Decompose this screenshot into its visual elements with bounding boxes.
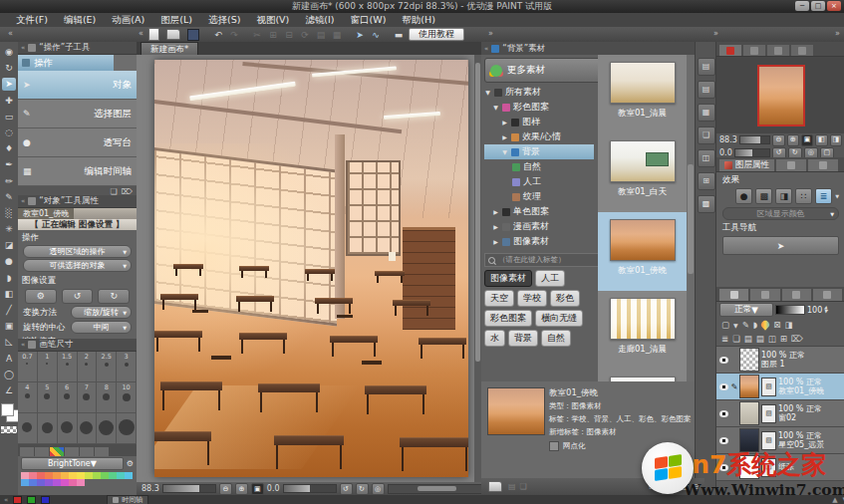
foreground-color-swatch[interactable] <box>1 403 14 416</box>
canvas-vertical-scrollbar[interactable] <box>474 55 481 482</box>
tree-item-background[interactable]: ▼背景 <box>484 144 594 159</box>
collapse-panel-icon[interactable]: « <box>21 197 25 205</box>
droplet-icon[interactable] <box>760 319 771 330</box>
rotate-left-button[interactable]: ↺ <box>62 289 94 304</box>
decoration-tool[interactable]: ✳ <box>2 223 16 236</box>
layer-visibility-toggle[interactable] <box>717 383 729 390</box>
maximize-button[interactable]: □ <box>811 1 825 11</box>
tag-seamless[interactable]: 横向无缝 <box>535 310 583 327</box>
zoom-tool[interactable]: ◉ <box>2 46 16 59</box>
zoom-in-icon[interactable]: ⊕ <box>235 483 248 495</box>
minimize-button[interactable]: ─ <box>795 1 809 11</box>
pose-tab[interactable] <box>782 289 811 301</box>
brush-size-cell[interactable]: 7 <box>78 382 98 413</box>
paste-icon[interactable]: ⊟ <box>282 29 296 41</box>
alpha-lock-icon[interactable]: ◨ <box>784 320 792 330</box>
document-tab[interactable]: 新建画布* <box>141 42 198 55</box>
gradient-tool[interactable]: ◧ <box>2 288 16 301</box>
selectable-object-dropdown[interactable]: 可供选择的对象 ▼ <box>23 259 132 272</box>
redo-icon[interactable]: ↷ <box>227 29 241 41</box>
brush-size-cell[interactable]: 1.5 <box>58 352 78 382</box>
subtool-item-select-layer[interactable]: ✎ 选择图层 <box>18 100 137 128</box>
transparent-color-swatch[interactable] <box>1 426 17 433</box>
view-pair-icon[interactable]: ◫ <box>682 482 690 491</box>
color-swatch[interactable] <box>53 479 61 486</box>
layer-search-tab[interactable] <box>776 159 806 171</box>
lock-icon[interactable]: ⊠ <box>773 320 780 330</box>
brush-size-cell[interactable]: 0.7 <box>18 352 38 382</box>
delete-layer-icon[interactable]: ⌦ <box>791 334 803 344</box>
navigator-zoom-slider[interactable] <box>739 135 770 144</box>
eraser-tool[interactable]: ◪ <box>2 239 16 252</box>
balloon-tool[interactable]: ◯ <box>2 369 16 381</box>
menu-layer[interactable]: 图层(L) <box>152 14 200 27</box>
tag-nature[interactable]: 自然 <box>541 330 571 347</box>
close-button[interactable]: × <box>827 1 841 11</box>
tree-arrow-icon[interactable]: ▶ <box>492 208 499 215</box>
pen-tool[interactable]: ✒ <box>2 158 16 171</box>
operation-tool[interactable]: ➤ <box>2 78 16 91</box>
menu-window[interactable]: 窗口(W) <box>343 14 395 27</box>
subtool-group[interactable]: 操作 <box>18 55 137 71</box>
menu-file[interactable]: 文件(F) <box>8 14 56 27</box>
tone-checkbox[interactable]: 网点化 <box>549 441 586 451</box>
pencil-tool[interactable]: ✏ <box>2 175 16 188</box>
pen-lock-icon[interactable]: ✎ <box>742 320 749 330</box>
scroll-up-icon[interactable]: ▲ <box>832 496 837 504</box>
material-item-selected[interactable]: 教室01_傍晚 <box>598 212 687 291</box>
rotation-center-dropdown[interactable]: 中间 ▼ <box>71 321 132 334</box>
material-palette-button[interactable]: ⊞ <box>698 172 715 190</box>
merge-layer-icon[interactable]: ⊞ <box>780 334 787 344</box>
tree-arrow-icon[interactable]: ▶ <box>492 223 499 230</box>
snap-curve-icon[interactable]: ∿ <box>369 29 383 41</box>
zoom-in-icon[interactable]: ⊕ <box>787 134 799 146</box>
tag-school[interactable]: 学校 <box>517 290 547 307</box>
approx-color-tab[interactable] <box>95 447 109 456</box>
subtool-item-lighttable[interactable]: ● 透写台 <box>18 128 137 157</box>
color-swatch[interactable] <box>29 479 37 486</box>
transform-icon[interactable]: ⟳ <box>298 29 312 41</box>
subview-tab[interactable] <box>743 45 765 56</box>
auto-select-tool[interactable]: ◌ <box>2 126 16 139</box>
collapse-left-icon[interactable]: « <box>139 29 143 38</box>
layer-row[interactable]: ▨ 100 % 正常窗02 <box>716 400 844 427</box>
checkbox-box[interactable] <box>549 441 559 451</box>
panel-menu-icon[interactable]: ≣ <box>721 334 728 344</box>
color-swatch[interactable] <box>69 479 77 486</box>
tag-background[interactable]: 背景 <box>508 330 538 347</box>
layer-color-icon[interactable]: ≣ <box>815 188 832 204</box>
material-palette-button[interactable]: ▤ <box>698 81 715 99</box>
layer-row[interactable]: ▨ 100 % 正常星空05_远景 <box>716 427 844 454</box>
brush-size-cell[interactable]: 2.5 <box>97 352 117 382</box>
layer-comp-tab[interactable] <box>808 159 838 171</box>
expand-right-icon[interactable]: » <box>488 29 493 38</box>
tag-image-material[interactable]: 图像素材 <box>484 270 532 287</box>
transform-method-dropdown[interactable]: 缩放/旋转 ▼ <box>71 306 132 319</box>
border-effect-icon[interactable]: ● <box>735 188 752 204</box>
move-tool[interactable]: ✚ <box>2 95 16 108</box>
brush-size-cell[interactable]: 6 <box>58 382 78 413</box>
tree-item-color-pattern[interactable]: ▼彩色图案 <box>484 100 594 115</box>
zoom-out-icon[interactable]: ⊖ <box>772 134 784 146</box>
color-swatch[interactable] <box>21 472 29 479</box>
brush-size-cell[interactable] <box>117 413 137 444</box>
new-vector-layer-icon[interactable]: ▤ <box>744 334 752 344</box>
ruler-tool[interactable]: ◺ <box>2 336 16 349</box>
settings-gear-button[interactable]: ⚙ <box>25 289 57 304</box>
color-swatch[interactable] <box>125 472 133 479</box>
tree-item-image-material[interactable]: ▶图像素材 <box>484 234 594 249</box>
color-swatch[interactable] <box>53 472 61 479</box>
timeline-collapsed-tab[interactable]: 时间轴 <box>107 495 148 504</box>
reset-rotation-icon[interactable]: ◎ <box>372 483 385 495</box>
color-swatch[interactable] <box>45 479 53 486</box>
mask-icon[interactable]: ▢ <box>721 320 729 330</box>
new-file-icon[interactable] <box>148 28 159 41</box>
undo-icon[interactable]: ↶ <box>211 29 225 41</box>
transfer-layer-icon[interactable]: ◫ <box>768 334 776 344</box>
tag-color[interactable]: 彩色 <box>550 290 580 307</box>
color-swatch[interactable] <box>21 479 29 486</box>
material-palette-button[interactable]: ▩ <box>698 195 715 213</box>
color-swatch[interactable] <box>93 472 101 479</box>
color-swatch[interactable] <box>117 472 125 479</box>
tutorial-button[interactable]: 使用教程 <box>409 28 464 41</box>
